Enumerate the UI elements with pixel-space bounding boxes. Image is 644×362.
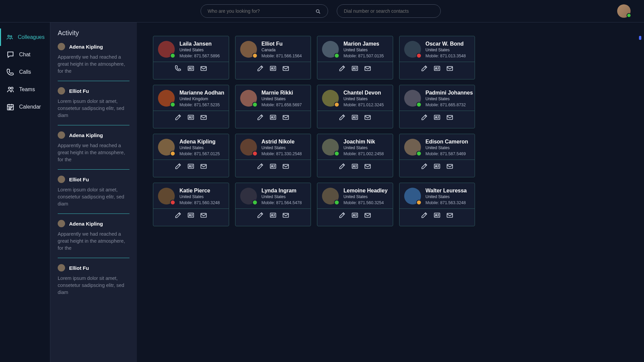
edit-icon[interactable] <box>257 212 264 219</box>
edit-icon[interactable] <box>174 114 182 121</box>
contact-card[interactable]: Oscar W. Bond United States Mobile: 871.… <box>399 36 475 79</box>
nav-label: Chat <box>19 52 31 58</box>
edit-icon[interactable] <box>338 65 346 72</box>
contact-card[interactable]: Chantel Devon United States Mobile: 871.… <box>317 85 393 128</box>
vcard-icon[interactable] <box>351 65 359 72</box>
activity-name: Adena Kipling <box>69 221 103 227</box>
contact-card[interactable]: Edison Cameron United States Mobile: 871… <box>399 134 475 177</box>
contact-card[interactable]: Marion James United States Mobile: 871.5… <box>317 36 393 79</box>
vcard-icon[interactable] <box>351 212 359 219</box>
contact-name: Edison Cameron <box>426 139 468 145</box>
nav-item-colleagues[interactable]: Colleagues <box>0 28 50 46</box>
teams-icon <box>6 85 14 94</box>
mail-icon[interactable] <box>282 65 289 72</box>
mail-icon[interactable] <box>282 163 289 170</box>
mail-icon[interactable] <box>200 65 207 72</box>
vcard-icon[interactable] <box>269 114 277 121</box>
contact-phone: Mobile: 871.658.5697 <box>262 103 302 107</box>
activity-item[interactable]: Adena KiplingApparently we had reached a… <box>58 131 129 170</box>
vcard-icon[interactable] <box>269 65 277 72</box>
nav-item-chat[interactable]: Chat <box>0 46 50 63</box>
mail-icon[interactable] <box>446 114 453 121</box>
vcard-icon[interactable] <box>433 114 441 121</box>
mail-icon[interactable] <box>200 163 207 170</box>
mail-icon[interactable] <box>282 212 289 219</box>
contact-location: United States <box>426 194 467 199</box>
edit-icon[interactable] <box>338 163 346 170</box>
edit-icon[interactable] <box>421 114 428 121</box>
vcard-icon[interactable] <box>187 212 195 219</box>
scrollbar-thumb[interactable] <box>639 36 641 40</box>
mail-icon[interactable] <box>446 163 453 170</box>
activity-message: Apparently we had reached a great height… <box>58 54 129 75</box>
edit-icon[interactable] <box>257 163 264 170</box>
activity-title: Activity <box>58 29 129 37</box>
nav-item-teams[interactable]: Teams <box>0 81 50 98</box>
presence-indicator <box>170 151 175 156</box>
edit-icon[interactable] <box>421 212 428 219</box>
vcard-icon[interactable] <box>269 212 277 219</box>
activity-item[interactable]: Elliot FuLorem ipsum dolor sit amet, con… <box>58 176 129 214</box>
contact-card[interactable]: Elliot Fu Canada Mobile: 871.566.1564 <box>235 36 311 79</box>
dial-input[interactable] <box>344 8 434 14</box>
vcard-icon[interactable] <box>187 163 195 170</box>
dial-search[interactable] <box>337 4 441 18</box>
vcard-icon[interactable] <box>269 163 277 170</box>
edit-icon[interactable] <box>174 163 182 170</box>
search-input[interactable] <box>208 8 321 14</box>
vcard-icon[interactable] <box>433 163 441 170</box>
contact-location: United States <box>262 97 302 101</box>
presence-indicator <box>416 200 422 205</box>
search-icon[interactable] <box>315 9 321 14</box>
edit-icon[interactable] <box>421 163 428 170</box>
contact-card[interactable]: Walter Leuressa United States Mobile: 87… <box>399 183 475 226</box>
mail-icon[interactable] <box>200 212 207 219</box>
presence-indicator <box>416 53 422 58</box>
mail-icon[interactable] <box>200 114 207 121</box>
activity-item[interactable]: Adena KiplingApparently we had reached a… <box>58 43 129 81</box>
edit-icon[interactable] <box>257 114 264 121</box>
mail-icon[interactable] <box>364 212 371 219</box>
activity-item[interactable]: Elliot FuLorem ipsum dolor sit amet, con… <box>58 87 129 125</box>
mail-icon[interactable] <box>446 212 453 219</box>
vcard-icon[interactable] <box>351 114 359 121</box>
contact-name: Laila Jansen <box>179 41 220 47</box>
contact-location: United States <box>343 48 384 52</box>
edit-icon[interactable] <box>421 65 428 72</box>
global-search[interactable] <box>201 4 328 18</box>
contact-card[interactable]: Joachim Nik United States Mobile: 871.00… <box>317 134 393 177</box>
mail-icon[interactable] <box>282 114 289 121</box>
contact-card[interactable]: Laila Jansen United States Mobile: 871.5… <box>153 36 229 79</box>
edit-icon[interactable] <box>338 212 346 219</box>
mail-icon[interactable] <box>364 163 371 170</box>
activity-item[interactable]: Elliot FuLorem ipsum dolor sit amet, con… <box>58 264 129 302</box>
contact-card[interactable]: Katie Pierce United States Mobile: 871.5… <box>153 183 229 226</box>
phone-icon[interactable] <box>174 65 182 72</box>
current-user-avatar[interactable] <box>617 4 631 18</box>
activity-item[interactable]: Adena KiplingApparently we had reached a… <box>58 220 129 258</box>
edit-icon[interactable] <box>338 114 346 121</box>
nav-item-calendar[interactable]: Calendar <box>0 98 50 116</box>
contact-card[interactable]: Astrid Nikole United States Mobile: 871.… <box>235 134 311 177</box>
vcard-icon[interactable] <box>187 114 195 121</box>
contact-card[interactable]: Lynda Ingram United States Mobile: 871.5… <box>235 183 311 226</box>
contact-name: Marion James <box>343 41 384 47</box>
edit-icon[interactable] <box>257 65 264 72</box>
vcard-icon[interactable] <box>433 65 441 72</box>
contact-actions <box>153 111 229 124</box>
mail-icon[interactable] <box>364 114 371 121</box>
nav-item-calls[interactable]: Calls <box>0 63 50 81</box>
mail-icon[interactable] <box>446 65 453 72</box>
activity-avatar <box>58 264 65 272</box>
mail-icon[interactable] <box>364 65 371 72</box>
edit-icon[interactable] <box>174 212 182 219</box>
vcard-icon[interactable] <box>187 65 195 72</box>
contact-card[interactable]: Marnie Rikki United States Mobile: 871.6… <box>235 85 311 128</box>
contact-card[interactable]: Adena Kipling United States Mobile: 871.… <box>153 134 229 177</box>
vcard-icon[interactable] <box>351 163 359 170</box>
contact-card[interactable]: Lemoine Headley United States Mobile: 87… <box>317 183 393 226</box>
contact-card[interactable]: Marianne Aodhan United Kingdom Mobile: 8… <box>153 85 229 128</box>
contact-card[interactable]: Padmini Johannes United States Mobile: 8… <box>399 85 475 128</box>
activity-avatar <box>58 176 65 183</box>
vcard-icon[interactable] <box>433 212 441 219</box>
